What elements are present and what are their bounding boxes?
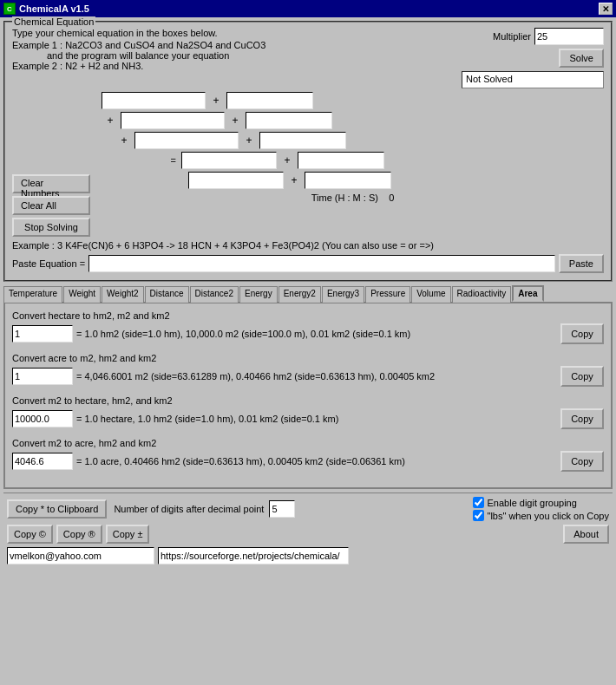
convert4-input[interactable] <box>12 453 73 470</box>
plus-op-1: + <box>207 95 225 107</box>
chemical-equation-section: Chemical Equation Type your chemical equ… <box>3 21 613 282</box>
stop-solving-button[interactable]: Stop Solving <box>12 218 90 237</box>
convert1-result: = 1.0 hm2 (side=1.0 hm), 10,000.0 m2 (si… <box>76 329 557 339</box>
tab-bar: TemperatureWeightWeight2DistanceDistance… <box>3 285 613 303</box>
plus-op-4: + <box>115 134 133 147</box>
convert4-copy-button[interactable]: Copy <box>560 451 604 472</box>
tab-weight2[interactable]: Weight2 <box>102 286 144 303</box>
bottom-bar: Copy * to Clipboard Number of digits aft… <box>3 493 613 568</box>
digits-input[interactable] <box>269 500 295 518</box>
links-row <box>7 547 609 564</box>
solve-button[interactable]: Solve <box>559 49 604 68</box>
eq-r5b[interactable] <box>305 172 391 189</box>
eq-r1b[interactable] <box>226 92 313 109</box>
copy-r-button[interactable]: Copy ® <box>56 525 102 544</box>
time-label: Time (H : M : S) <box>311 192 378 203</box>
plus-op-6: + <box>279 154 296 166</box>
window-title: ChemicalA v1.5 <box>19 3 89 14</box>
convert3-result: = 1.0 hectare, 1.0 hm2 (side=1.0 hm), 0.… <box>76 414 557 424</box>
enable-digit-grouping-checkbox[interactable] <box>473 497 484 508</box>
eq-r1a[interactable] <box>102 92 206 109</box>
example2-text: Example 2 : N2 + H2 and NH3. <box>12 61 448 71</box>
convert2-title: Convert acre to m2, hm2 and km2 <box>12 353 604 363</box>
tabs-container: TemperatureWeightWeight2DistanceDistance… <box>3 285 613 489</box>
plus-op-3: + <box>226 114 244 127</box>
convert2-copy-button[interactable]: Copy <box>560 366 604 387</box>
eq-r4a[interactable] <box>181 152 277 169</box>
clear-all-button[interactable]: Clear All <box>12 196 90 215</box>
checkbox-group: Enable digit grouping "lbs" when you cli… <box>473 497 610 521</box>
tab-temperature[interactable]: Temperature <box>3 286 62 303</box>
convert1-copy-button[interactable]: Copy <box>560 323 604 344</box>
multiplier-label: Multiplier <box>493 31 531 42</box>
convert3-title: Convert m2 to hectare, hm2, and km2 <box>12 395 604 406</box>
convert3-copy-button[interactable]: Copy <box>560 408 604 429</box>
digits-label: Number of digits after decimal point <box>114 504 264 514</box>
time-row: Time (H : M : S) 0 <box>102 192 604 203</box>
title-bar: C ChemicalA v1.5 ✕ <box>0 0 616 17</box>
email-input[interactable] <box>7 547 154 564</box>
plus-op-5: + <box>240 134 258 147</box>
tab-area[interactable]: Area <box>512 285 543 302</box>
tab-energy2[interactable]: Energy2 <box>279 286 321 303</box>
plus-op-7: + <box>285 174 303 186</box>
description-text: Type your chemical equation in the boxes… <box>12 28 448 38</box>
not-solved-display: Not Solved <box>462 71 604 88</box>
example1-text: Example 1 : Na2CO3 and CuSO4 and Na2SO4 … <box>12 40 448 50</box>
convert-m2-hectare-block: Convert m2 to hectare, hm2, and km2 = 1.… <box>12 395 604 429</box>
paste-eq-row: Paste Equation = Paste <box>12 254 604 273</box>
tab-content: Convert hectare to hm2, m2 and km2 = 1.0… <box>3 303 613 489</box>
eq-r2a[interactable] <box>121 112 225 129</box>
lbs-checkbox[interactable] <box>473 510 484 521</box>
tab-volume[interactable]: Volume <box>411 286 450 303</box>
time-value: 0 <box>389 192 394 203</box>
enable-digit-grouping-label: Enable digit grouping <box>488 498 577 508</box>
bottom-row1: Copy * to Clipboard Number of digits aft… <box>7 497 609 521</box>
convert-hectare-block: Convert hectare to hm2, m2 and km2 = 1.0… <box>12 310 604 344</box>
tab-radioactivity[interactable]: Radioactivity <box>452 286 512 303</box>
main-window: Chemical Equation Type your chemical equ… <box>0 17 616 685</box>
url-input[interactable] <box>158 547 349 564</box>
clear-numbers-button[interactable]: Clear Numbers <box>12 174 90 193</box>
example3-text: Example : 3 K4Fe(CN)6 + 6 H3PO4 -> 18 HC… <box>12 240 604 251</box>
eq-r2b[interactable] <box>246 112 332 129</box>
tab-energy3[interactable]: Energy3 <box>322 286 364 303</box>
paste-eq-label: Paste Equation = <box>12 258 85 269</box>
eq-r5a[interactable] <box>188 172 284 189</box>
eq-r3a[interactable] <box>134 132 239 149</box>
tab-energy[interactable]: Energy <box>239 286 278 303</box>
bottom-row2: Copy © Copy ® Copy ± About <box>7 525 609 544</box>
copy-c-button[interactable]: Copy © <box>7 525 53 544</box>
eq-r3b[interactable] <box>259 132 346 149</box>
convert1-input[interactable] <box>12 325 73 342</box>
convert2-result: = 4,046.6001 m2 (side=63.61289 m), 0.404… <box>76 371 557 382</box>
convert4-result: = 1.0 acre, 0.40466 hm2 (side=0.63613 hm… <box>76 456 557 466</box>
plus-op-2: + <box>102 114 119 127</box>
convert2-input[interactable] <box>12 368 73 385</box>
chemical-equation-label: Chemical Equation <box>12 16 95 27</box>
convert-m2-acre-block: Convert m2 to acre, hm2 and km2 = 1.0 ac… <box>12 438 604 472</box>
paste-button[interactable]: Paste <box>559 254 604 273</box>
copy-pm-button[interactable]: Copy ± <box>106 525 150 544</box>
close-button[interactable]: ✕ <box>599 3 613 15</box>
tab-distance[interactable]: Distance <box>145 286 189 303</box>
paste-eq-input[interactable] <box>88 255 555 272</box>
app-icon: C <box>3 3 16 15</box>
example1b-text: and the program will balance your equati… <box>47 50 448 61</box>
convert4-title: Convert m2 to acre, hm2 and km2 <box>12 438 604 448</box>
convert3-input[interactable] <box>12 410 73 427</box>
equals-op: = <box>102 155 180 166</box>
about-button[interactable]: About <box>563 525 609 544</box>
multiplier-input[interactable] <box>534 28 604 45</box>
tab-distance2[interactable]: Distance2 <box>190 286 239 303</box>
copy-clipboard-button[interactable]: Copy * to Clipboard <box>7 499 107 519</box>
tab-weight[interactable]: Weight <box>63 286 101 303</box>
eq-r4b[interactable] <box>298 152 384 169</box>
lbs-label: "lbs" when you click on Copy <box>488 511 610 521</box>
convert1-title: Convert hectare to hm2, m2 and km2 <box>12 310 604 321</box>
tab-pressure[interactable]: Pressure <box>365 286 410 303</box>
convert-acre-block: Convert acre to m2, hm2 and km2 = 4,046.… <box>12 353 604 387</box>
